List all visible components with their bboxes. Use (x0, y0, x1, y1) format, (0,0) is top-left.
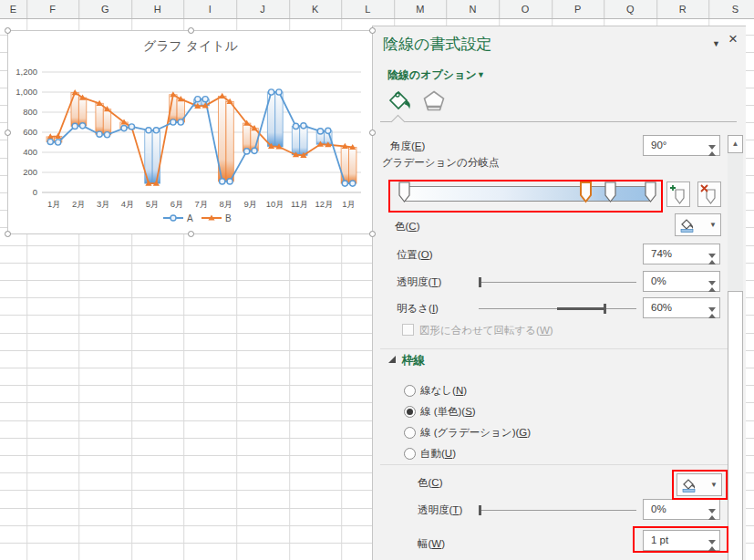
series-A-marker[interactable] (244, 149, 250, 154)
selection-handle[interactable] (188, 231, 194, 237)
pane-options-chevron-icon[interactable]: ▼ (712, 39, 720, 48)
scrollbar-thumb[interactable] (728, 291, 743, 560)
column-header-I[interactable]: I (191, 0, 228, 18)
series-A-marker[interactable] (252, 148, 257, 153)
transparency-spinner[interactable]: 0% (643, 271, 720, 292)
series-A-marker[interactable] (178, 119, 183, 125)
series-A-marker[interactable] (47, 139, 53, 144)
spin-down-icon[interactable] (708, 282, 717, 290)
up-bar[interactable] (243, 123, 250, 151)
column-header-S[interactable]: S (717, 0, 753, 18)
series-A-marker[interactable] (350, 181, 356, 186)
column-header-O[interactable]: O (507, 0, 543, 18)
up-bar[interactable] (349, 148, 356, 184)
series-A-marker[interactable] (220, 179, 225, 184)
legend-label-A[interactable]: A (187, 213, 193, 223)
radio-border-option-0[interactable] (404, 385, 416, 397)
selection-handle[interactable] (188, 27, 194, 34)
selection-handle[interactable] (369, 27, 376, 34)
selection-handle[interactable] (5, 27, 11, 34)
spin-down-icon[interactable] (708, 308, 717, 316)
spin-up-icon[interactable] (708, 273, 717, 281)
series-A-marker[interactable] (170, 119, 176, 125)
chevron-down-icon[interactable]: ▼ (477, 70, 485, 79)
spin-up-icon[interactable] (708, 299, 717, 307)
transparency-slider[interactable] (479, 282, 636, 283)
down-bar[interactable] (292, 126, 299, 154)
radio-border-option-label-1[interactable]: 線 (単色)(S) (420, 405, 476, 419)
stop-color-button[interactable]: ▼ (675, 213, 721, 236)
column-header-J[interactable]: J (244, 0, 281, 18)
effects-tab[interactable] (421, 88, 447, 114)
spin-down-icon[interactable] (708, 254, 717, 263)
series-B-marker[interactable] (219, 93, 225, 99)
column-header-E[interactable]: E (0, 0, 31, 18)
border-transparency-spinner[interactable]: 0% (643, 499, 720, 520)
series-A-marker[interactable] (146, 128, 151, 133)
selection-handle[interactable] (5, 130, 11, 136)
column-header-M[interactable]: M (402, 0, 439, 18)
column-header-L[interactable]: L (349, 0, 386, 18)
series-A-marker[interactable] (317, 129, 323, 134)
series-A-marker[interactable] (342, 181, 347, 186)
series-A-marker[interactable] (79, 123, 85, 129)
column-header-K[interactable]: K (297, 0, 334, 18)
radio-border-option-label-3[interactable]: 自動(U) (420, 447, 456, 461)
series-A-marker[interactable] (276, 89, 282, 95)
series-A-marker[interactable] (104, 132, 109, 138)
column-header-F[interactable]: F (35, 0, 71, 18)
border-transparency-slider[interactable] (479, 510, 636, 511)
down-bar[interactable] (275, 92, 283, 147)
legend-label-B[interactable]: B (225, 213, 232, 223)
border-section-label[interactable]: 枠線 (402, 353, 425, 368)
down-bar-options-label[interactable]: 陰線のオプション (387, 67, 477, 83)
spin-up-icon[interactable] (708, 245, 717, 254)
slider-thumb[interactable] (479, 505, 481, 515)
series-A-marker[interactable] (195, 97, 201, 102)
brightness-spinner[interactable]: 60% (643, 297, 720, 318)
column-header-N[interactable]: N (454, 0, 491, 18)
position-spinner[interactable]: 74% (643, 244, 720, 264)
series-A-marker[interactable] (121, 126, 127, 131)
chart-object[interactable]: 02004006008001,0001,2001月2月3月4月5月6月7月8月9… (7, 30, 373, 234)
series-A-marker[interactable] (129, 124, 134, 130)
column-header-R[interactable]: R (665, 0, 701, 18)
radio-border-option-label-0[interactable]: 線なし(N) (420, 384, 467, 398)
column-header-H[interactable]: H (139, 0, 176, 18)
angle-spinner[interactable]: 90° (643, 135, 720, 156)
scrollbar-up-icon[interactable]: ▲ (728, 135, 743, 153)
collapse-section-icon[interactable] (388, 356, 396, 363)
selection-handle[interactable] (369, 130, 376, 136)
series-A-marker[interactable] (97, 131, 102, 137)
up-bar[interactable] (96, 103, 103, 134)
down-bar[interactable] (152, 130, 160, 183)
brightness-slider[interactable] (479, 308, 636, 309)
column-header-row[interactable]: EFGHIJKLMNOPQRS (0, 0, 754, 19)
fill-line-tab[interactable] (387, 88, 412, 114)
series-A-marker[interactable] (153, 128, 159, 133)
up-bar[interactable] (78, 98, 86, 126)
close-icon[interactable]: × (728, 30, 738, 48)
series-A-marker[interactable] (56, 140, 61, 145)
series-A-marker[interactable] (72, 123, 77, 129)
column-header-Q[interactable]: Q (612, 0, 648, 18)
series-A-marker[interactable] (301, 123, 306, 129)
rotate-with-shape-checkbox[interactable] (402, 324, 414, 336)
series-A-marker[interactable] (325, 128, 331, 133)
series-A-marker[interactable] (268, 89, 274, 95)
slider-thumb[interactable] (479, 277, 481, 287)
radio-border-option-3[interactable] (404, 448, 416, 460)
slider-thumb[interactable] (604, 304, 606, 314)
spin-down-icon[interactable] (708, 510, 717, 518)
selection-handle[interactable] (5, 231, 11, 237)
selection-handle[interactable] (369, 231, 376, 237)
up-bar[interactable] (226, 101, 233, 181)
column-header-G[interactable]: G (87, 0, 123, 18)
chart-title[interactable]: グラフ タイトル (143, 38, 238, 53)
spin-up-icon[interactable] (708, 137, 717, 145)
column-header-P[interactable]: P (560, 0, 596, 18)
spin-up-icon[interactable] (708, 501, 717, 509)
spin-down-icon[interactable] (708, 146, 717, 154)
add-gradient-stop-button[interactable] (666, 181, 690, 207)
series-A-marker[interactable] (227, 179, 232, 184)
